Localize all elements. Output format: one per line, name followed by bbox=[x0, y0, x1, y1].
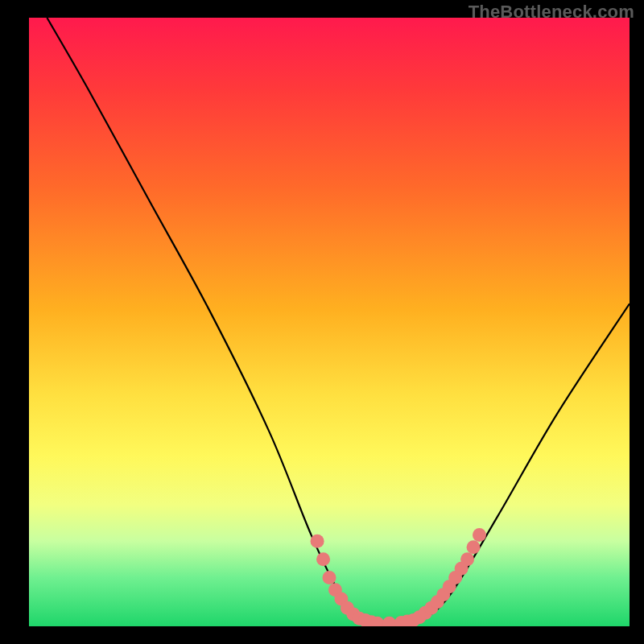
marker-dot bbox=[311, 535, 324, 548]
bottleneck-curve bbox=[47, 18, 630, 624]
marker-dot bbox=[323, 571, 336, 584]
watermark-text: TheBottleneck.com bbox=[469, 2, 634, 23]
marker-dot bbox=[460, 552, 474, 566]
chart-frame: TheBottleneck.com bbox=[0, 0, 644, 644]
highlight-markers bbox=[311, 528, 486, 626]
marker-dot bbox=[473, 528, 486, 542]
chart-svg bbox=[29, 18, 630, 626]
marker-dot bbox=[382, 617, 396, 626]
plot-area bbox=[29, 18, 630, 626]
marker-dot bbox=[467, 540, 481, 554]
marker-dot bbox=[316, 552, 330, 566]
